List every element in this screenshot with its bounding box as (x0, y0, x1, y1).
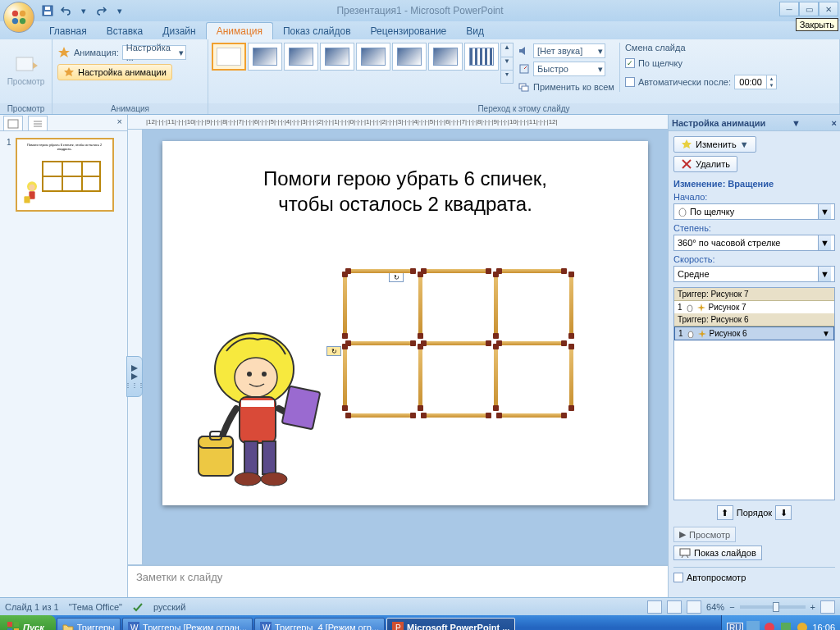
view-sorter[interactable] (667, 600, 682, 614)
svg-rect-51 (7, 622, 12, 627)
status-lang[interactable]: русский (153, 602, 185, 612)
editor-area: ⋮⋮⋮ |12|·|·|·|11|·|·|·|10|·|·|·|9|·|·|·|… (128, 115, 668, 597)
on-click-checkbox[interactable]: ✓ (625, 58, 635, 68)
status-slide: Слайд 1 из 1 (5, 602, 59, 612)
transition-7[interactable] (464, 43, 499, 71)
save-icon[interactable] (39, 2, 56, 19)
speed-combo-pane[interactable]: Средне▼ (673, 266, 835, 282)
spell-icon[interactable] (132, 601, 144, 613)
transition-6[interactable] (428, 43, 463, 71)
view-slideshow[interactable] (687, 600, 701, 614)
redo-icon[interactable] (94, 2, 110, 19)
autopreview-checkbox[interactable] (673, 573, 683, 582)
auto-after-checkbox[interactable] (625, 77, 635, 87)
amount-combo[interactable]: 360° по часовой стрелке▼ (673, 235, 835, 251)
fit-button[interactable] (820, 600, 835, 614)
zoom-out[interactable]: − (729, 602, 734, 612)
gallery-up[interactable]: ▲ (501, 43, 513, 57)
gallery-down[interactable]: ▼ (501, 57, 513, 70)
apply-all-button[interactable]: Применить ко всем (518, 79, 614, 95)
change-effect-button[interactable]: Изменить▼ (673, 136, 756, 153)
item-menu[interactable]: ▼ (822, 329, 830, 338)
svg-rect-34 (262, 441, 276, 474)
svg-point-0 (12, 11, 18, 16)
transition-none[interactable] (212, 43, 246, 71)
animation-combo[interactable]: Настройка ...▾ (122, 45, 186, 60)
view-normal[interactable] (647, 600, 662, 614)
anim-item-2[interactable]: 1 Рисунок 6 ▼ (674, 326, 834, 340)
tab-home[interactable]: Главная (39, 23, 97, 39)
mouse-icon (678, 207, 687, 217)
sound-combo[interactable]: [Нет звука]▾ (533, 43, 605, 58)
thumb-number: 1 (7, 138, 11, 147)
task-item-1[interactable]: Триггеры (57, 618, 121, 630)
task-item-2[interactable]: WТриггеры [Режим огран... (122, 618, 253, 630)
office-button[interactable] (3, 2, 34, 33)
tab-view[interactable]: Вид (456, 23, 494, 39)
transition-1[interactable] (248, 43, 282, 71)
svg-point-3 (20, 18, 25, 24)
play-button[interactable]: ▶ Просмотр (673, 527, 736, 542)
animation-task-pane: Настройка анимации ▼ × Изменить▼ Удалить… (668, 115, 840, 597)
tray-icon-3[interactable] (779, 621, 792, 630)
slides-tab[interactable] (3, 116, 23, 130)
taskpane-close[interactable]: × (832, 118, 837, 128)
tray-icon-1[interactable] (746, 621, 760, 630)
gallery-more[interactable]: ▾ (501, 70, 513, 83)
taskpane-menu[interactable]: ▼ (792, 118, 801, 128)
undo-dropdown-icon[interactable]: ▾ (75, 2, 92, 19)
start-button[interactable]: Пуск (0, 615, 56, 630)
svg-point-62 (765, 623, 774, 630)
maximize-button[interactable]: ▭ (799, 2, 819, 16)
transition-2[interactable] (284, 43, 318, 71)
task-item-3[interactable]: WТриггеры_4 [Режим огр... (254, 618, 385, 630)
tab-slideshow[interactable]: Показ слайдов (273, 23, 361, 39)
task-item-4[interactable]: PMicrosoft PowerPoint ... (386, 618, 515, 630)
slides-panel: × 1 Помоги герою убрать 6 спичек, чтобы … (0, 115, 128, 597)
clock[interactable]: 16:06 (812, 623, 835, 630)
anim-item-1[interactable]: 1 Рисунок 7 (674, 301, 834, 313)
zoom-in[interactable]: + (810, 602, 815, 612)
slideshow-button[interactable]: Показ слайдов (673, 546, 762, 560)
slide-canvas[interactable]: Помоги герою убрать 6 спичек, чтобы оста… (162, 141, 648, 505)
tab-design[interactable]: Дизайн (153, 23, 205, 39)
tab-animation[interactable]: Анимация (206, 22, 273, 39)
svg-point-46 (688, 331, 693, 338)
speed-combo[interactable]: Быстро▾ (533, 62, 605, 76)
svg-rect-52 (14, 622, 19, 627)
transition-4[interactable] (356, 43, 390, 71)
svg-marker-47 (698, 330, 706, 338)
slide-thumbnail-1[interactable]: Помоги герою убрать 6 спичек, чтобы оста… (16, 138, 114, 212)
start-combo[interactable]: По щелчку▼ (673, 203, 835, 220)
move-down-button[interactable]: ⬇ (775, 505, 792, 520)
lang-indicator[interactable]: RU (727, 623, 743, 631)
close-button[interactable]: ✕ (819, 2, 838, 16)
svg-marker-24 (131, 373, 138, 380)
qat-customize-icon[interactable]: ▾ (112, 2, 128, 19)
undo-icon[interactable] (57, 2, 74, 19)
tray-icon-4[interactable] (796, 621, 809, 630)
outline-tab[interactable] (28, 116, 48, 130)
notes-pane[interactable]: Заметки к слайду (128, 564, 668, 597)
tab-insert[interactable]: Вставка (97, 23, 153, 39)
move-up-button[interactable]: ⬆ (717, 505, 733, 520)
svg-rect-63 (781, 623, 791, 630)
zoom-slider[interactable] (740, 605, 806, 609)
panel-expand[interactable]: ⋮⋮⋮ (126, 356, 143, 397)
ribbon: Просмотр Просмотр Анимация: Настройка ..… (0, 39, 840, 115)
auto-time-spinner[interactable]: ▲▼ (734, 75, 777, 89)
remove-effect-button[interactable]: Удалить (673, 156, 737, 172)
svg-marker-40 (682, 139, 692, 148)
tray-icon-2[interactable] (763, 621, 776, 630)
custom-animation-button[interactable]: Настройка анимации (57, 64, 172, 80)
transition-5[interactable] (392, 43, 427, 71)
panel-close[interactable]: × (112, 115, 127, 130)
preview-button[interactable]: Просмотр (3, 43, 48, 97)
svg-point-2 (12, 18, 18, 24)
star-change-icon (681, 139, 692, 150)
transition-3[interactable] (320, 43, 354, 71)
minimize-button[interactable]: ─ (779, 2, 799, 16)
tab-review[interactable]: Рецензирование (361, 23, 457, 39)
svg-rect-15 (8, 120, 18, 128)
close-tooltip: Закрыть (796, 18, 838, 31)
